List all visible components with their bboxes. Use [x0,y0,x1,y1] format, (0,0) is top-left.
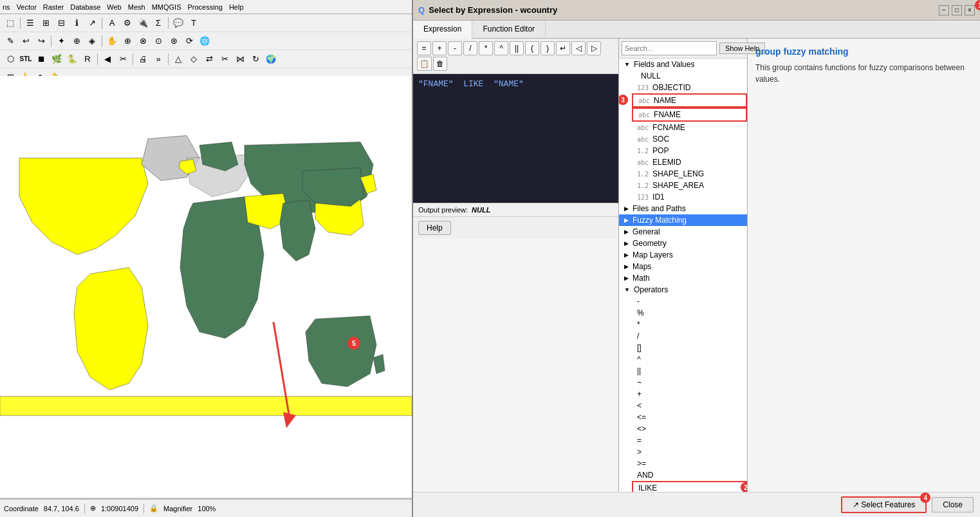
grass-btn[interactable]: 🌿 [50,52,64,66]
field-shape-leng[interactable]: 1.2 SHAPE_LENG [632,168,747,180]
group-math[interactable]: ▶ Math [619,272,747,284]
select-feat-btn[interactable]: ↗ [85,16,99,30]
op-item-ilike[interactable]: ILIKE 2 [632,481,747,492]
op-concat[interactable]: || [510,41,524,55]
pan-btn[interactable]: ☰ [23,16,37,30]
digitize-btn[interactable]: ✦ [54,34,68,48]
merge-btn[interactable]: ⋈ [233,52,247,66]
op-minus[interactable]: - [448,41,462,55]
menu-database[interactable]: Database [70,3,100,11]
globe2-btn[interactable]: 🌍 [264,52,278,66]
menu-web[interactable]: Web [107,3,121,11]
op-item-star[interactable]: * [632,319,747,330]
op-clear[interactable]: 🗑 [433,57,447,71]
maximize-button[interactable]: □ [952,5,962,15]
select-tool-btn[interactable]: ⬚ [3,16,17,30]
prev-btn[interactable]: ◀ [100,52,115,66]
op-open-paren[interactable]: ( [525,41,539,55]
op-item-eq[interactable]: = [632,435,747,446]
zoom-in-btn[interactable]: ⊞ [39,16,53,30]
op-item-ne[interactable]: <> [632,423,747,435]
op-newline[interactable]: ↵ [556,41,570,55]
group-files-and-paths[interactable]: ▶ Files and Paths [619,203,747,214]
field-soc[interactable]: abc SOC [632,133,747,145]
menu-ns[interactable]: ns [3,3,10,11]
menu-help[interactable]: Help [229,3,244,11]
expression-input[interactable]: "FNAME" LIKE "NAME" [413,74,618,203]
refresh-btn[interactable]: ⟳ [182,34,196,48]
op-item-tilde[interactable]: ~ [632,377,747,388]
op-power[interactable]: ^ [494,41,508,55]
field-objectid[interactable]: 123 OBJECTID [632,82,747,93]
settings-btn[interactable]: ⚙ [120,16,134,30]
op-item-dash[interactable]: - [632,296,747,307]
group-general[interactable]: ▶ General [619,226,747,238]
op-item-slash[interactable]: / [632,330,747,342]
rotate-btn[interactable]: ↻ [248,52,263,66]
identify-btn[interactable]: ℹ [69,16,84,30]
stats-btn[interactable]: Σ [151,16,165,30]
python-btn[interactable]: 🐍 [65,52,79,66]
op-item-lt[interactable]: < [632,400,747,411]
field-fcname[interactable]: abc FCNAME [632,122,747,133]
menu-mesh[interactable]: Mesh [128,3,145,11]
op-item-lte[interactable]: <= [632,411,747,423]
field-id1[interactable]: 123 ID1 [632,191,747,203]
field-fname[interactable]: abc FNAME 1 [632,108,747,122]
op-item-caret[interactable]: ^ [632,353,747,365]
map-tip-btn[interactable]: 💬 [171,16,185,30]
map-canvas[interactable]: 5 [0,76,412,498]
minimize-button[interactable]: − [939,5,949,15]
op-plus[interactable]: + [432,41,447,55]
search-input[interactable] [622,41,717,55]
op-equals[interactable]: = [417,41,431,55]
op-close-paren[interactable]: ) [541,41,555,55]
zoom-layer-btn[interactable]: ⊗ [136,34,150,48]
field-elemid[interactable]: abc ELEMID [632,156,747,168]
plugin-btn[interactable]: 🔌 [136,16,150,30]
op-divide[interactable]: / [463,41,477,55]
clip-btn[interactable]: ✂ [116,52,130,66]
menu-raster[interactable]: Raster [43,3,64,11]
tab-function-editor[interactable]: Function Editor [472,21,546,38]
split-btn[interactable]: ✂ [217,52,232,66]
text-btn[interactable]: T [187,16,201,30]
field-shape-area[interactable]: 1.2 SHAPE_AREA [632,180,747,191]
group-geometry[interactable]: ▶ Geometry [619,238,747,249]
next-zoom-btn[interactable]: ⊛ [167,34,181,48]
move-btn[interactable]: ⊕ [69,34,84,48]
field-null[interactable]: NULL [632,70,747,82]
op-prev[interactable]: ◁ [571,41,586,55]
tab-expression[interactable]: Expression [413,21,472,39]
pan-hand-btn[interactable]: ✋ [105,34,119,48]
group-map-layers[interactable]: ▶ Map Layers [619,249,747,261]
op-item-gte[interactable]: >= [632,458,747,469]
op-item-bracket[interactable]: [] [632,342,747,353]
field-name-item[interactable]: abc NAME 3 [632,93,747,108]
edit-btn[interactable]: ✎ [3,34,17,48]
op-item-percent[interactable]: % [632,307,747,319]
op-item-concat[interactable]: || [632,365,747,377]
group-fuzzy-matching[interactable]: ▶ Fuzzy Matching [619,214,747,226]
poly2-btn[interactable]: ◇ [187,52,201,66]
op-next[interactable]: ▷ [587,41,601,55]
r-btn[interactable]: R [80,52,95,66]
draw-poly-btn[interactable]: ⬡ [3,52,17,66]
menu-vector[interactable]: Vector [17,3,37,11]
more-btn[interactable]: » [151,52,165,66]
node-btn[interactable]: ◈ [85,34,99,48]
convert-btn[interactable]: ⇄ [202,52,216,66]
shape-btn[interactable]: △ [171,52,185,66]
field-pop[interactable]: 1.2 POP [632,145,747,156]
menu-mmqgis[interactable]: MMQGIS [152,3,181,11]
group-maps[interactable]: ▶ Maps [619,261,747,272]
close-dialog-button[interactable]: Close [932,497,974,512]
op-item-and[interactable]: AND [632,469,747,481]
undo-btn[interactable]: ↩ [19,34,33,48]
op-item-gt[interactable]: > [632,446,747,458]
op-item-plus[interactable]: + [632,388,747,400]
print-btn[interactable]: 🖨 [136,52,150,66]
group-fields-and-values[interactable]: ▼ Fields and Values [619,59,747,70]
stl-btn[interactable]: STL [19,52,33,66]
prev-zoom-btn[interactable]: ⊙ [151,34,165,48]
